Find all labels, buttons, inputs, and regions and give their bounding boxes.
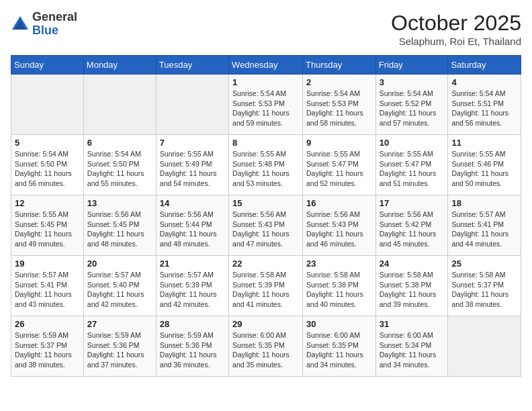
day-info: Sunrise: 5:54 AM Sunset: 5:52 PM Dayligh… [380, 89, 445, 128]
calendar-cell: 12Sunrise: 5:55 AM Sunset: 5:45 PM Dayli… [11, 195, 84, 256]
calendar-cell: 19Sunrise: 5:57 AM Sunset: 5:41 PM Dayli… [11, 256, 84, 316]
calendar-cell: 29Sunrise: 6:00 AM Sunset: 5:35 PM Dayli… [229, 316, 303, 377]
day-info: Sunrise: 5:58 AM Sunset: 5:38 PM Dayligh… [380, 270, 445, 310]
weekday-header-sunday: Sunday [11, 56, 84, 75]
weekday-header-tuesday: Tuesday [156, 56, 228, 75]
calendar-cell [156, 75, 228, 135]
day-number: 23 [306, 259, 372, 269]
day-info: Sunrise: 5:57 AM Sunset: 5:41 PM Dayligh… [451, 210, 517, 249]
day-info: Sunrise: 5:55 AM Sunset: 5:45 PM Dayligh… [15, 210, 80, 249]
day-number: 13 [87, 198, 152, 208]
day-number: 14 [160, 198, 225, 208]
day-number: 16 [306, 198, 372, 208]
day-number: 25 [451, 259, 517, 269]
calendar-table: SundayMondayTuesdayWednesdayThursdayFrid… [11, 55, 521, 377]
day-number: 1 [232, 77, 299, 87]
day-number: 24 [380, 259, 445, 269]
day-number: 20 [87, 259, 152, 269]
day-number: 26 [15, 319, 80, 329]
calendar-cell: 30Sunrise: 6:00 AM Sunset: 5:35 PM Dayli… [303, 316, 376, 377]
calendar-cell [11, 75, 84, 135]
calendar-cell [448, 316, 521, 377]
day-number: 4 [451, 77, 517, 87]
calendar-cell: 1Sunrise: 5:54 AM Sunset: 5:53 PM Daylig… [229, 75, 303, 135]
month-title: October 2025 [391, 11, 521, 36]
calendar-cell: 21Sunrise: 5:57 AM Sunset: 5:39 PM Dayli… [156, 256, 228, 316]
calendar-cell [83, 75, 156, 135]
calendar-cell: 20Sunrise: 5:57 AM Sunset: 5:40 PM Dayli… [83, 256, 156, 316]
calendar-cell: 16Sunrise: 5:56 AM Sunset: 5:43 PM Dayli… [303, 195, 376, 256]
day-number: 17 [380, 198, 445, 208]
day-info: Sunrise: 5:59 AM Sunset: 5:36 PM Dayligh… [87, 330, 152, 370]
day-number: 28 [160, 319, 225, 329]
day-info: Sunrise: 5:56 AM Sunset: 5:44 PM Dayligh… [160, 210, 225, 249]
calendar-cell: 14Sunrise: 5:56 AM Sunset: 5:44 PM Dayli… [156, 195, 228, 256]
calendar-cell: 2Sunrise: 5:54 AM Sunset: 5:53 PM Daylig… [303, 75, 376, 135]
calendar-cell: 27Sunrise: 5:59 AM Sunset: 5:36 PM Dayli… [83, 316, 156, 377]
day-info: Sunrise: 5:56 AM Sunset: 5:42 PM Dayligh… [380, 210, 445, 249]
day-info: Sunrise: 5:54 AM Sunset: 5:53 PM Dayligh… [306, 89, 372, 128]
day-info: Sunrise: 5:57 AM Sunset: 5:41 PM Dayligh… [15, 270, 80, 310]
day-number: 18 [451, 198, 517, 208]
day-number: 30 [306, 319, 372, 329]
page-header: General Blue October 2025 Selaphum, Roi … [11, 11, 521, 47]
calendar-cell: 28Sunrise: 5:59 AM Sunset: 5:36 PM Dayli… [156, 316, 228, 377]
calendar-cell: 23Sunrise: 5:58 AM Sunset: 5:38 PM Dayli… [303, 256, 376, 316]
day-info: Sunrise: 5:55 AM Sunset: 5:48 PM Dayligh… [232, 149, 299, 189]
title-block: October 2025 Selaphum, Roi Et, Thailand [391, 11, 521, 47]
weekday-header-wednesday: Wednesday [229, 56, 303, 75]
day-number: 3 [380, 77, 445, 87]
weekday-header-monday: Monday [83, 56, 156, 75]
day-info: Sunrise: 5:54 AM Sunset: 5:50 PM Dayligh… [87, 149, 152, 189]
logo-general-text: General [32, 11, 77, 24]
logo-blue-text: Blue [32, 24, 77, 38]
day-info: Sunrise: 6:00 AM Sunset: 5:34 PM Dayligh… [380, 330, 445, 370]
calendar-cell: 10Sunrise: 5:55 AM Sunset: 5:47 PM Dayli… [375, 135, 448, 195]
day-number: 27 [87, 319, 152, 329]
calendar-cell: 13Sunrise: 5:56 AM Sunset: 5:45 PM Dayli… [83, 195, 156, 256]
day-number: 6 [87, 138, 152, 148]
day-info: Sunrise: 6:00 AM Sunset: 5:35 PM Dayligh… [306, 330, 372, 370]
day-number: 15 [232, 198, 299, 208]
day-number: 2 [306, 77, 372, 87]
calendar-cell: 7Sunrise: 5:55 AM Sunset: 5:49 PM Daylig… [156, 135, 228, 195]
day-info: Sunrise: 5:54 AM Sunset: 5:53 PM Dayligh… [232, 89, 299, 128]
calendar-cell: 17Sunrise: 5:56 AM Sunset: 5:42 PM Dayli… [375, 195, 448, 256]
calendar-cell: 18Sunrise: 5:57 AM Sunset: 5:41 PM Dayli… [448, 195, 521, 256]
day-info: Sunrise: 5:55 AM Sunset: 5:46 PM Dayligh… [451, 149, 517, 189]
day-info: Sunrise: 5:56 AM Sunset: 5:43 PM Dayligh… [306, 210, 372, 249]
calendar-cell: 15Sunrise: 5:56 AM Sunset: 5:43 PM Dayli… [229, 195, 303, 256]
calendar-cell: 11Sunrise: 5:55 AM Sunset: 5:46 PM Dayli… [448, 135, 521, 195]
day-number: 31 [380, 319, 445, 329]
day-info: Sunrise: 5:56 AM Sunset: 5:45 PM Dayligh… [87, 210, 152, 249]
day-number: 29 [232, 319, 299, 329]
day-number: 7 [160, 138, 225, 148]
day-info: Sunrise: 5:54 AM Sunset: 5:50 PM Dayligh… [15, 149, 80, 189]
day-info: Sunrise: 5:55 AM Sunset: 5:47 PM Dayligh… [380, 149, 445, 189]
day-number: 21 [160, 259, 225, 269]
location-subtitle: Selaphum, Roi Et, Thailand [391, 36, 521, 47]
weekday-header-saturday: Saturday [448, 56, 521, 75]
day-info: Sunrise: 5:56 AM Sunset: 5:43 PM Dayligh… [232, 210, 299, 249]
weekday-header-thursday: Thursday [303, 56, 376, 75]
day-info: Sunrise: 5:55 AM Sunset: 5:47 PM Dayligh… [306, 149, 372, 189]
day-info: Sunrise: 5:58 AM Sunset: 5:38 PM Dayligh… [306, 270, 372, 310]
day-number: 9 [306, 138, 372, 148]
day-info: Sunrise: 5:58 AM Sunset: 5:39 PM Dayligh… [232, 270, 299, 310]
day-number: 11 [451, 138, 517, 148]
day-number: 22 [232, 259, 299, 269]
day-number: 19 [15, 259, 80, 269]
calendar-cell: 26Sunrise: 5:59 AM Sunset: 5:37 PM Dayli… [11, 316, 84, 377]
day-info: Sunrise: 5:55 AM Sunset: 5:49 PM Dayligh… [160, 149, 225, 189]
calendar-cell: 9Sunrise: 5:55 AM Sunset: 5:47 PM Daylig… [303, 135, 376, 195]
day-info: Sunrise: 5:58 AM Sunset: 5:37 PM Dayligh… [451, 270, 517, 310]
day-info: Sunrise: 5:59 AM Sunset: 5:37 PM Dayligh… [15, 330, 80, 370]
calendar-cell: 25Sunrise: 5:58 AM Sunset: 5:37 PM Dayli… [448, 256, 521, 316]
day-info: Sunrise: 5:57 AM Sunset: 5:40 PM Dayligh… [87, 270, 152, 310]
day-number: 5 [15, 138, 80, 148]
day-info: Sunrise: 5:59 AM Sunset: 5:36 PM Dayligh… [160, 330, 225, 370]
calendar-cell: 22Sunrise: 5:58 AM Sunset: 5:39 PM Dayli… [229, 256, 303, 316]
calendar-cell: 6Sunrise: 5:54 AM Sunset: 5:50 PM Daylig… [83, 135, 156, 195]
logo-icon [11, 15, 30, 34]
day-info: Sunrise: 5:54 AM Sunset: 5:51 PM Dayligh… [451, 89, 517, 128]
